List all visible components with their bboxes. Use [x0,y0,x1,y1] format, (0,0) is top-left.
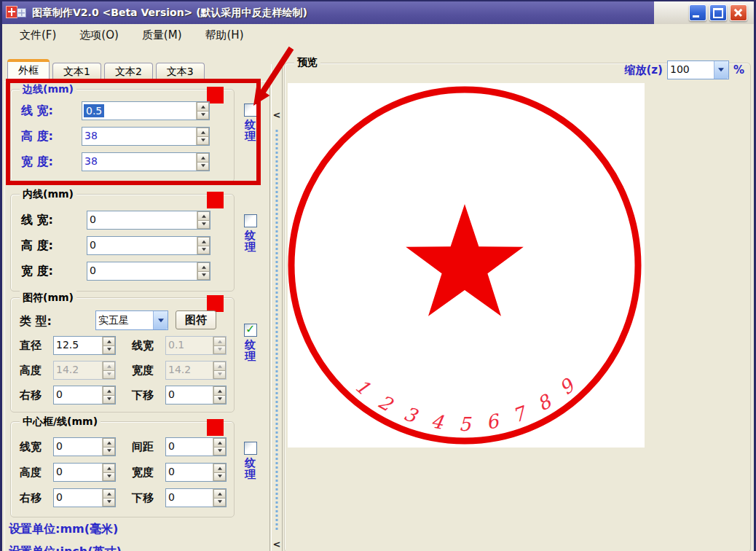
window-title: 图章制作V2.0 <Beta Version> (默认采用中反走样绘制) [32,7,307,20]
shift-right-input[interactable]: 0 [53,386,116,405]
center-color-swatch[interactable] [207,419,224,436]
spin-up-icon[interactable] [103,464,115,472]
percent-sign: % [733,63,744,77]
chevron-down-icon[interactable] [714,61,728,79]
spin-down-icon[interactable] [103,472,115,482]
symbol-width-label: 宽度 [132,364,154,378]
spin-down-icon[interactable] [103,345,115,355]
diameter-input[interactable]: 12.5 [53,336,116,355]
center-width-value: 0 [166,464,213,481]
spin-up-icon[interactable] [197,237,210,246]
center-height-value: 0 [54,464,102,481]
unit-setting-link-clipped[interactable]: 设置单位:inch(英寸) [9,544,227,551]
inner-width-input[interactable]: 0 [87,262,210,281]
height-spinner[interactable] [197,237,210,254]
center-shift-right-spinner[interactable] [102,489,115,507]
zoom-control: 缩放(z) 100 % [625,60,744,79]
spin-down-icon[interactable] [213,395,226,405]
center-height-spinner[interactable] [102,464,115,481]
height-label: 高 度: [21,238,53,254]
spin-up-icon[interactable] [197,153,209,162]
inner-line-width-input[interactable]: 0 [87,211,210,230]
spin-down-icon[interactable] [103,447,115,456]
panel-splitter[interactable]: < < [271,64,283,551]
border-texture-checkbox[interactable] [244,103,257,117]
tab-outer-frame[interactable]: 外框 [7,60,50,82]
line-width-spinner[interactable] [197,211,210,229]
center-linewidth-input[interactable]: 0 [53,437,116,456]
spin-down-icon [213,370,226,380]
tab-text2[interactable]: 文本2 [104,63,153,82]
menu-file[interactable]: 文件(F) [20,28,56,42]
line-width-spinner[interactable] [196,102,209,120]
spin-down-icon[interactable] [103,395,115,405]
chevron-down-icon[interactable] [153,311,168,329]
spin-up-icon[interactable] [213,438,226,447]
spin-down-icon[interactable] [197,111,209,120]
spin-up-icon[interactable] [213,464,226,472]
shift-down-spinner[interactable] [213,386,226,404]
spin-down-icon[interactable] [213,498,226,507]
maximize-button[interactable] [709,4,727,21]
close-button[interactable] [730,4,747,21]
center-width-spinner[interactable] [213,464,226,481]
height-spinner[interactable] [196,128,209,145]
shift-down-input[interactable]: 0 [165,386,227,405]
collapse-left-icon[interactable]: < [272,109,281,120]
gap-input[interactable]: 0 [165,437,227,456]
symbol-color-swatch[interactable] [207,295,224,312]
spin-up-icon[interactable] [103,337,115,345]
symbol-linewidth-value: 0.1 [166,337,213,354]
spin-down-icon[interactable] [197,271,210,281]
center-texture-checkbox[interactable] [244,442,257,455]
diameter-spinner[interactable] [102,337,115,354]
center-linewidth-spinner[interactable] [102,438,115,456]
menu-quality[interactable]: 质量(M) [142,28,182,42]
spin-down-icon[interactable] [197,246,210,255]
spin-down-icon[interactable] [197,220,210,230]
spin-down-icon[interactable] [213,447,226,456]
spin-down-icon[interactable] [103,498,115,507]
menu-help[interactable]: 帮助(H) [205,28,244,42]
symbol-picker-button[interactable]: 图符 [176,310,216,329]
spin-up-icon[interactable] [103,438,115,447]
width-spinner[interactable] [197,262,210,280]
width-spinner[interactable] [196,153,209,171]
spin-up-icon[interactable] [197,102,209,111]
border-height-input[interactable]: 38 [82,127,210,146]
height-label: 高 度: [21,129,53,144]
spin-up-icon[interactable] [197,211,210,220]
spin-up-icon[interactable] [103,489,115,498]
spin-up-icon[interactable] [213,489,226,498]
minimize-button[interactable] [689,4,706,21]
zoom-select[interactable]: 100 [667,60,729,79]
symbol-texture-checkbox[interactable] [244,324,257,337]
collapse-left-icon[interactable]: < [272,539,281,550]
spin-up-icon[interactable] [197,262,210,271]
symbol-type-select[interactable]: 实五星 [95,310,168,330]
stamp-preview-canvas[interactable]: 123456789 [288,83,645,448]
inner-height-input[interactable]: 0 [87,236,210,255]
inner-texture-checkbox[interactable] [244,214,257,227]
border-width-input[interactable]: 38 [82,152,210,171]
inner-color-swatch[interactable] [207,192,224,208]
shift-right-spinner[interactable] [102,386,115,404]
tab-text1[interactable]: 文本1 [52,63,101,82]
center-shift-down-input[interactable]: 0 [165,488,227,507]
center-shift-right-input[interactable]: 0 [53,488,116,507]
border-texture-label: 纹理 [244,119,256,142]
menu-options[interactable]: 选项(O) [79,28,119,42]
unit-setting-link[interactable]: 设置单位:mm(毫米) [9,522,118,537]
center-shift-down-spinner[interactable] [213,489,226,507]
spin-down-icon[interactable] [197,162,209,171]
border-line-width-input[interactable]: 0.5 [82,101,210,120]
spin-up-icon[interactable] [197,128,209,136]
spin-down-icon[interactable] [197,136,209,146]
spin-up-icon[interactable] [103,386,115,395]
center-height-input[interactable]: 0 [53,463,116,482]
gap-spinner[interactable] [213,438,226,456]
spin-down-icon[interactable] [213,472,226,482]
center-width-input[interactable]: 0 [165,463,227,482]
spin-up-icon[interactable] [213,386,226,395]
tab-text3[interactable]: 文本3 [156,63,205,82]
